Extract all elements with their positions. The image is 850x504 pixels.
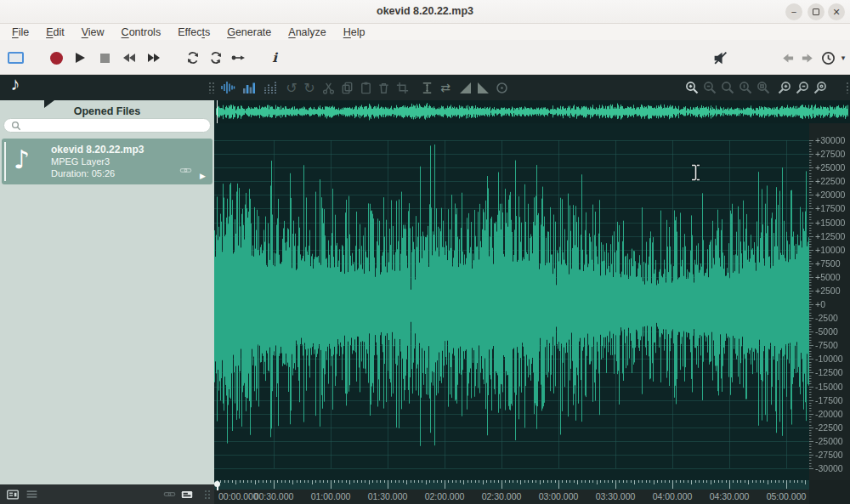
vertical-zoom-out-icon xyxy=(795,80,810,95)
selection-tool-button[interactable] xyxy=(6,48,25,67)
fast-forward-button[interactable] xyxy=(144,48,163,67)
history-dropdown-caret[interactable]: ▾ xyxy=(834,48,850,67)
stop-button[interactable] xyxy=(95,48,114,67)
amp-axis-label: +0 xyxy=(815,299,825,309)
spectral-view-button[interactable] xyxy=(262,79,279,96)
vertical-zoom-in-button[interactable] xyxy=(776,79,793,96)
redo-button[interactable]: ↻ xyxy=(301,79,318,96)
copy-button[interactable] xyxy=(338,79,355,96)
time-axis-label: 01:00.000 xyxy=(311,491,351,501)
grip-icon xyxy=(846,82,850,93)
zoom-original-button[interactable] xyxy=(737,79,754,96)
fade-out-button[interactable] xyxy=(474,79,491,96)
menu-effects[interactable]: Effects xyxy=(169,26,218,38)
toolbar-grip[interactable] xyxy=(202,79,219,96)
waveform-view-button[interactable] xyxy=(219,79,236,96)
overview-waveform[interactable] xyxy=(214,100,850,123)
loop-button[interactable] xyxy=(184,48,202,67)
close-button[interactable]: ✕ xyxy=(828,3,845,20)
panel-resize-grip[interactable] xyxy=(199,487,214,501)
time-axis-label: 02:00.000 xyxy=(425,491,465,501)
amp-axis-label: -15000 xyxy=(815,382,843,392)
grip-icon xyxy=(204,490,210,499)
file-search-box[interactable] xyxy=(3,118,211,133)
history-back-button[interactable] xyxy=(778,48,796,67)
normalize-button[interactable] xyxy=(493,79,510,96)
main-waveform[interactable] xyxy=(214,123,809,480)
amp-axis-label: +7500 xyxy=(815,258,841,269)
history-forward-button[interactable] xyxy=(798,48,817,67)
amp-axis-label: -22500 xyxy=(815,422,843,433)
menu-edit[interactable]: Edit xyxy=(37,26,73,38)
time-axis-label: 03:30.000 xyxy=(596,491,636,501)
file-tab[interactable]: ♪ xyxy=(7,76,24,93)
cut-icon xyxy=(321,81,336,95)
preview-toggle-button[interactable] xyxy=(179,487,195,501)
details-view-button[interactable] xyxy=(5,487,20,501)
amp-axis-label: -27500 xyxy=(815,450,843,460)
menu-analyze[interactable]: Analyze xyxy=(280,26,334,38)
zoom-fit-button[interactable] xyxy=(719,79,736,96)
playhead-line xyxy=(217,100,218,123)
loop-selection-button[interactable] xyxy=(207,48,225,67)
menu-controls[interactable]: Controls xyxy=(113,26,170,38)
cut-button[interactable] xyxy=(320,79,337,96)
trim-button[interactable] xyxy=(394,79,411,96)
zoom-selection-button[interactable] xyxy=(755,79,772,96)
vertical-zoom-reset-button[interactable] xyxy=(812,79,829,96)
details-view-icon xyxy=(6,488,20,501)
time-axis-label: 02:30.000 xyxy=(482,491,522,501)
record-icon xyxy=(50,52,63,65)
delete-button[interactable] xyxy=(375,79,392,96)
undo-button[interactable]: ↺ xyxy=(283,79,300,96)
menu-generate[interactable]: Generate xyxy=(218,26,280,38)
redo-icon: ↻ xyxy=(303,80,314,96)
link-icon xyxy=(179,164,192,180)
toolbar-grip-right[interactable] xyxy=(840,79,850,96)
list-view-icon xyxy=(26,488,38,501)
spectral-view-icon xyxy=(263,80,278,95)
menu-help[interactable]: Help xyxy=(335,26,374,38)
rewind-button[interactable] xyxy=(120,48,139,67)
file-play-button[interactable]: ▶ xyxy=(200,172,206,180)
zoom-out-button[interactable] xyxy=(701,79,718,96)
search-input[interactable] xyxy=(26,120,210,131)
amp-axis-label: +30000 xyxy=(815,135,845,145)
fade-in-button[interactable] xyxy=(456,79,473,96)
menu-file[interactable]: File xyxy=(3,26,37,38)
amp-axis-label: -17500 xyxy=(815,395,843,405)
stop-icon xyxy=(100,54,110,63)
menu-view[interactable]: View xyxy=(73,26,113,38)
time-axis-label: 00:00.000 xyxy=(218,491,258,501)
record-button[interactable] xyxy=(47,48,65,67)
file-format: MPEG Layer3 xyxy=(51,156,110,167)
list-view-button[interactable] xyxy=(24,487,39,501)
amp-axis-label: +22500 xyxy=(815,176,845,186)
time-ruler[interactable]: 00:00.00000:30.00001:00.00001:30.00002:0… xyxy=(214,480,809,504)
zoom-fit-icon xyxy=(720,80,735,95)
zoom-out-icon xyxy=(702,80,717,95)
main-toolbar: i 44.1 kHz mono -0000:00:00.000 xyxy=(0,40,850,75)
vertical-zoom-out-button[interactable] xyxy=(794,79,811,96)
titlebar[interactable]: okevid 8.20.22.mp3 − ✕ xyxy=(0,0,850,24)
time-ruler-ticks xyxy=(214,480,809,490)
link-files-button[interactable] xyxy=(162,487,177,501)
mute-button[interactable] xyxy=(711,48,729,67)
file-list-item[interactable]: ♪ okevid 8.20.22.mp3 MPEG Layer3 Duratio… xyxy=(2,139,212,184)
amp-axis-label: +17500 xyxy=(815,203,845,213)
paste-button[interactable] xyxy=(357,79,374,96)
amp-axis-label: +12500 xyxy=(815,231,845,241)
maximize-button[interactable] xyxy=(808,3,824,20)
spectrogram-view-button[interactable] xyxy=(241,79,258,96)
info-button[interactable]: i xyxy=(265,48,284,67)
zoom-in-button[interactable] xyxy=(683,79,700,96)
play-from-cursor-button[interactable] xyxy=(229,48,247,67)
playhead-pin[interactable] xyxy=(214,481,220,487)
normalize-icon xyxy=(495,81,509,95)
window-title: okevid 8.20.22.mp3 xyxy=(0,5,850,17)
minimize-button[interactable]: − xyxy=(785,3,802,20)
amp-axis-label: +5000 xyxy=(815,272,841,282)
amplify-button[interactable] xyxy=(418,79,435,96)
swap-channels-button[interactable]: ⇄ xyxy=(437,79,454,96)
play-button[interactable] xyxy=(71,48,89,67)
